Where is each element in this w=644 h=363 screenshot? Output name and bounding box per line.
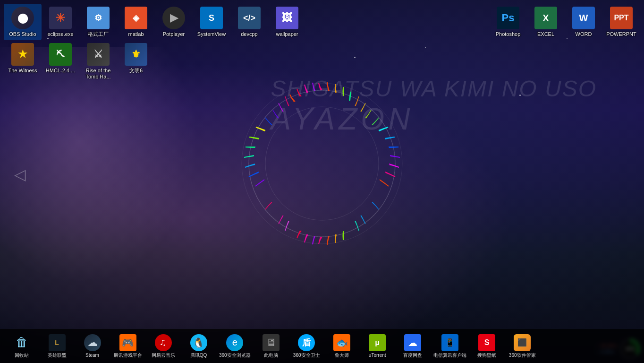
taskbar-netease-music[interactable]: ♫ 网易云音乐	[145, 332, 181, 360]
desktop-icon-obs-studio[interactable]: ⬤ OBS Studio	[4, 4, 42, 40]
tencent-games-label: 腾讯游戏平台	[114, 353, 142, 358]
desktop-icon-rise-tomb[interactable]: ⚔ Rise of the Tomb Ra...	[79, 40, 117, 83]
baidu-disk-label: 百度网盘	[403, 353, 422, 358]
taskbar-recycle-bin[interactable]: 🗑 回收站	[4, 332, 39, 360]
tencent-games-icon: 🎮	[119, 334, 136, 351]
qq-label: 腾讯QQ	[190, 353, 207, 358]
desktop-icon-powerpoint[interactable]: PPT POWERPNT	[602, 4, 640, 40]
sougou-label: 搜狗壁纸	[477, 353, 496, 358]
steam-label: Steam	[85, 353, 99, 358]
obs-studio-icon: ⬤	[11, 7, 34, 29]
right-desktop-icons: Ps Photoshop X EXCEL W WORD PPT POWERPNT	[485, 0, 644, 44]
wenming6-label: 文明6	[129, 68, 143, 74]
recycle-bin-label: 回收站	[15, 353, 29, 358]
rise-tomb-label: Rise of the Tomb Ra...	[81, 68, 115, 80]
audio-visualizer	[232, 74, 412, 253]
potplayer-icon: ▶	[162, 7, 185, 29]
desktop-icon-photoshop[interactable]: Ps Photoshop	[489, 4, 527, 40]
matlab-label: matlab	[128, 31, 144, 37]
telecom-icon: 📱	[441, 334, 458, 351]
360-security-icon: 盾	[298, 334, 315, 351]
taskbar-360-security[interactable]: 盾 360安全卫士	[289, 332, 324, 360]
witness-icon: ★	[11, 43, 34, 66]
360-software-label: 360软件管家	[509, 353, 536, 358]
lol-label: 英雄联盟	[48, 353, 67, 358]
netease-label: 网易云音乐	[152, 353, 175, 358]
desktop-icon-format-factory[interactable]: ⚙ 格式工厂	[79, 4, 117, 40]
eclipse-icon: ☀	[49, 7, 72, 29]
taskbar-baidu-disk[interactable]: ☁ 百度网盘	[395, 332, 431, 360]
potplayer-label: Potplayer	[163, 31, 185, 37]
svg-point-1	[249, 90, 395, 237]
telecom-label: 电信翼讯客户端	[433, 353, 466, 358]
desktop-icon-wallpaper[interactable]: 🖼 wallpaper	[268, 4, 306, 40]
desktop-icon-excel[interactable]: X EXCEL	[527, 4, 565, 40]
eclipse-label: eclipse.exe	[47, 31, 73, 37]
sougou-icon: S	[478, 334, 495, 351]
systemview-label: SystemView	[197, 31, 226, 37]
desktop-icon-eclipse[interactable]: ☀ eclipse.exe	[42, 4, 79, 40]
powerpoint-label: POWERPNT	[606, 31, 636, 37]
word-label: WORD	[576, 31, 592, 37]
svg-point-3	[249, 90, 395, 237]
word-icon: W	[572, 7, 595, 29]
browser-icon: e	[226, 334, 243, 351]
icon-row-2: ★ The Witness ⛏ HMCL-2.4.... ⚔ Rise of t…	[4, 40, 640, 83]
taskbar-master[interactable]: 🐟 鲁大师	[324, 332, 360, 360]
taskbar-telecom[interactable]: 📱 电信翼讯客户端	[431, 332, 469, 360]
360-security-label: 360安全卫士	[293, 353, 320, 358]
obs-studio-label: OBS Studio	[9, 31, 36, 37]
devcpp-icon: </>	[238, 7, 261, 29]
desktop-icon-the-witness[interactable]: ★ The Witness	[4, 40, 42, 83]
signpost-decoration: ◁	[14, 165, 26, 183]
baidu-disk-icon: ☁	[404, 334, 421, 351]
hmcl-icon: ⛏	[49, 43, 72, 66]
taskbar-computer[interactable]: 🖥 此电脑	[254, 332, 289, 360]
utorrent-label: uTorrent	[369, 353, 386, 358]
svg-point-0	[242, 83, 402, 244]
desktop-icon-word[interactable]: W WORD	[565, 4, 602, 40]
recycle-bin-icon: 🗑	[13, 334, 30, 351]
steam-icon: ☁	[84, 334, 101, 351]
desktop-icon-wenming6[interactable]: ⚜ 文明6	[117, 40, 155, 83]
witness-label: The Witness	[8, 68, 37, 74]
desktop-icon-systemview[interactable]: S SystemView	[193, 4, 230, 40]
format-factory-label: 格式工厂	[88, 31, 109, 37]
taskbar-steam[interactable]: ☁ Steam	[75, 332, 110, 360]
desktop-icon-potplayer[interactable]: ▶ Potplayer	[155, 4, 193, 40]
desktop-icon-matlab[interactable]: ◈ matlab	[117, 4, 155, 40]
wenming6-icon: ⚜	[125, 43, 147, 66]
taskbar-360-browser[interactable]: e 360安全浏览器	[216, 332, 254, 360]
svg-point-2	[265, 107, 379, 220]
excel-icon: X	[534, 7, 557, 29]
photoshop-icon: Ps	[497, 7, 519, 29]
photoshop-label: Photoshop	[496, 31, 521, 37]
tomb-icon: ⚔	[87, 43, 110, 66]
master-icon: 🐟	[333, 334, 350, 351]
excel-label: EXCEL	[537, 31, 554, 37]
hmcl-label: HMCL-2.4....	[46, 68, 75, 74]
taskbar-sougou[interactable]: S 搜狗壁纸	[469, 332, 505, 360]
taskbar: 🗑 回收站 L 英雄联盟 ☁ Steam 🎮 腾讯游戏平台 ♫ 网易云音乐 🐧 …	[0, 329, 644, 363]
computer-icon: 🖥	[263, 334, 280, 351]
lol-icon: L	[49, 334, 66, 351]
master-label: 鲁大师	[335, 353, 349, 358]
taskbar-tencent-games[interactable]: 🎮 腾讯游戏平台	[110, 332, 145, 360]
taskbar-qq[interactable]: 🐧 腾讯QQ	[181, 332, 216, 360]
utorrent-icon: μ	[369, 334, 386, 351]
browser-label: 360安全浏览器	[219, 353, 251, 358]
taskbar-360-software[interactable]: ⬛ 360软件管家	[505, 332, 540, 360]
particle	[519, 95, 521, 96]
qq-icon: 🐧	[190, 334, 207, 351]
computer-label: 此电脑	[264, 353, 278, 358]
systemview-icon: S	[200, 7, 223, 29]
360-software-icon: ⬛	[514, 334, 531, 351]
desktop-icon-hmcl[interactable]: ⛏ HMCL-2.4....	[42, 40, 79, 83]
matlab-icon: ◈	[125, 7, 147, 29]
taskbar-lol[interactable]: L 英雄联盟	[39, 332, 75, 360]
netease-music-icon: ♫	[155, 334, 172, 351]
desktop-icon-devcpp[interactable]: </> devcpp	[230, 4, 268, 40]
taskbar-utorrent[interactable]: μ uTorrent	[360, 332, 395, 360]
wallpaper-label: wallpaper	[276, 31, 298, 37]
format-factory-icon: ⚙	[87, 7, 110, 29]
